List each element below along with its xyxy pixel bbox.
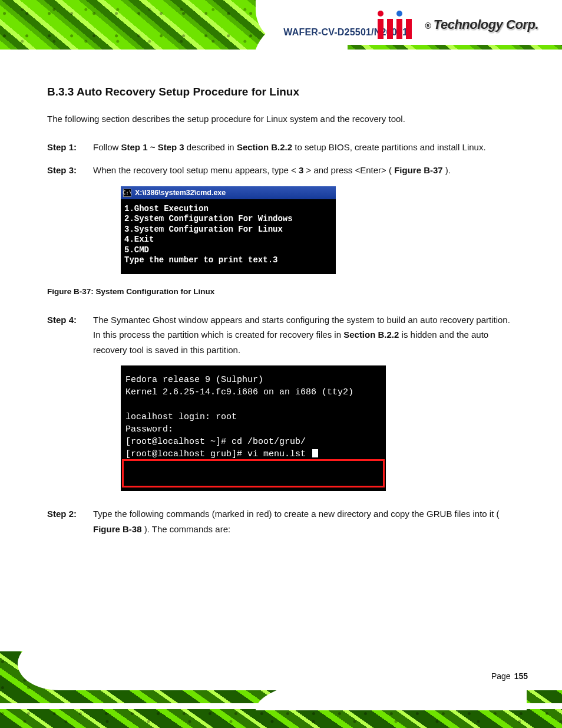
step-3-label: Step 3:: [47, 163, 87, 178]
section-number: B.3.3: [47, 85, 74, 98]
step-3-key: 3: [299, 165, 303, 175]
step-1-text: Follow: [93, 142, 121, 152]
intro-text: The following section describes the setu…: [47, 111, 405, 127]
step-1-ref-steps: Step 1 ~ Step 3: [121, 142, 184, 152]
page-number-value: 155: [514, 671, 528, 681]
cmd-line: 4.Exit: [124, 235, 154, 244]
tty-line: [root@localhost grub]# vi menu.lst: [125, 449, 318, 459]
step-4-section-ref: Section B.2.2: [343, 330, 399, 340]
cmd-titlebar: C:\ X:\I386\system32\cmd.exe: [121, 186, 336, 199]
section-title-text: Auto Recovery Setup Procedure for Linux: [77, 85, 299, 98]
step-3-text: > and press <Enter> (: [306, 165, 392, 175]
step-2-text: Type the following commands (marked in r…: [93, 509, 499, 519]
cmd-line: 2.System Configuration For Windows: [124, 214, 293, 223]
header-divider: [0, 50, 562, 57]
tty-line: [root@localhost ~]# cd /boot/grub/: [125, 437, 306, 447]
linux-terminal-screenshot: Fedora release 9 (Sulphur) Kernel 2.6.25…: [121, 365, 386, 491]
step-1-text: to setup BIOS, create partitions and ins…: [295, 142, 485, 152]
step-2-text: ). The commands are:: [144, 524, 230, 534]
step-1-label: Step 1:: [47, 140, 87, 155]
cmd-title-path: X:\I386\system32\cmd.exe: [135, 189, 226, 197]
brand-block: ® Technology Corp.: [378, 11, 538, 39]
page-footer: Page155: [0, 651, 562, 728]
step-3-text: ).: [445, 165, 451, 175]
page-header: WAFER-CV-D25501/N26001 ® Technology Corp…: [0, 0, 562, 68]
step-4-label: Step 4:: [47, 312, 87, 358]
tty-line: Password:: [125, 424, 173, 434]
figure-caption-1: Figure B-37: System Configuration for Li…: [47, 287, 515, 296]
section-heading: B.3.3 Auto Recovery Setup Procedure for …: [47, 85, 515, 98]
step-1-ref-section: Section B.2.2: [237, 142, 292, 152]
intro-paragraph: The following section describes the setu…: [47, 111, 515, 127]
step-1-text: described in: [187, 142, 237, 152]
page-label-text: Page: [491, 671, 511, 681]
registered-symbol: ®: [425, 21, 431, 31]
step-3: Step 3: When the recovery tool setup men…: [47, 163, 515, 178]
cmd-line: 1.Ghost Execution: [124, 204, 209, 213]
page-number: Page155: [491, 671, 528, 681]
step-3-figure-ref: Figure B-37: [394, 165, 443, 175]
step-2-label: Step 2:: [47, 506, 87, 536]
cmd-line: 3.System Configuration For Linux: [124, 225, 283, 234]
step-1: Step 1: Follow Step 1 ~ Step 3 described…: [47, 140, 515, 155]
cmd-screenshot: C:\ X:\I386\system32\cmd.exe 1.Ghost Exe…: [121, 186, 336, 274]
cmd-icon: C:\: [123, 189, 131, 197]
step-3-text: When the recovery tool setup menu appear…: [93, 165, 296, 175]
step-2: Step 2: Type the following commands (mar…: [47, 506, 515, 536]
cmd-line: 5.CMD: [124, 245, 149, 255]
cmd-body: 1.Ghost Execution 2.System Configuration…: [121, 199, 336, 274]
tty-line: Fedora release 9 (Sulphur): [125, 375, 263, 385]
iei-logo-icon: [378, 11, 419, 39]
step-2-figure-ref: Figure B-38: [93, 524, 142, 534]
tty-line: Kernel 2.6.25-14.fc9.i686 on an i686 (tt…: [125, 387, 353, 397]
brand-text: Technology Corp.: [434, 18, 538, 31]
step-4: Step 4: The Symantec Ghost window appear…: [47, 312, 515, 358]
red-highlight-box: [122, 459, 385, 487]
cmd-line: Type the number to print text.3: [124, 255, 277, 265]
page-content: B.3.3 Auto Recovery Setup Procedure for …: [47, 85, 515, 545]
tty-line: localhost login: root: [125, 412, 237, 422]
